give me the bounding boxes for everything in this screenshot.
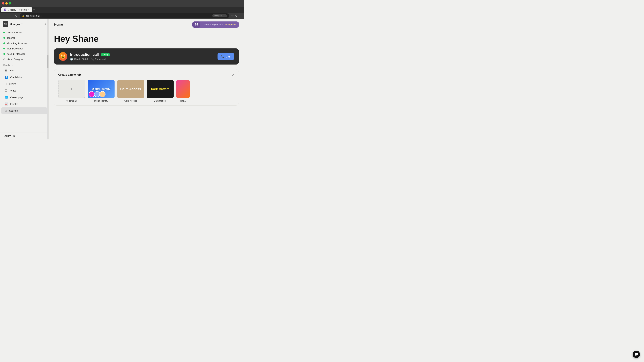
app-layout: MM Moodjoy ▾ « Content Writer Teacher Ma… (0, 19, 244, 139)
sidebar-item-insights[interactable]: 📈 Insights (1, 101, 47, 107)
nav-label: Insights (10, 103, 18, 105)
sidebar: MM Moodjoy ▾ « Content Writer Teacher Ma… (0, 19, 49, 139)
tab-title: Moodjoy · Homerun (8, 8, 27, 11)
avatar: MM (3, 21, 8, 27)
sidebar-scrollbar[interactable] (47, 19, 48, 139)
sidebar-item-todos[interactable]: ☑ To-dos (1, 87, 47, 94)
job-label: Marketing Associate (7, 42, 28, 44)
close-window-button[interactable] (2, 2, 4, 4)
split-view-icon[interactable]: ⧉ (235, 14, 237, 17)
tab-bar: M Moodjoy · Homerun ✕ + (0, 7, 244, 13)
ca-text: Calm Access (120, 87, 141, 91)
job-templates: + No template Digital Identity (58, 80, 234, 102)
di-text: Digital Identity (92, 87, 110, 90)
sidebar-item-marketing-associate[interactable]: Marketing Associate (0, 40, 48, 46)
type-detail: 📞 Phone call (91, 58, 106, 60)
scrollbar-thumb (47, 55, 48, 68)
sidebar-item-career-page[interactable]: 🌐 Career page (1, 94, 47, 100)
collapse-sidebar-button[interactable]: « (44, 22, 46, 25)
nav-label: Jobs (9, 69, 14, 72)
create-job-header: Create a new job ✕ (58, 73, 234, 77)
status-dot (3, 53, 5, 55)
dm-text: Dark Matters (151, 87, 169, 91)
career-page-icon: 🌐 (5, 95, 8, 99)
status-dot (3, 42, 5, 44)
nav-label: Settings (9, 109, 18, 112)
no-template-image: + (58, 80, 85, 98)
calm-access-label: Calm Access (117, 99, 144, 102)
job-label: Content Writer (7, 31, 22, 34)
minimize-window-button[interactable] (5, 2, 8, 4)
sidebar-item-jobs[interactable]: ⊟ Jobs (1, 67, 47, 74)
di-faces (88, 90, 114, 98)
sidebar-item-events[interactable]: ⊟ Events (1, 81, 47, 87)
template-race[interactable]: Rac... (176, 80, 190, 102)
events-icon: ⊟ (5, 82, 7, 86)
today-badge: Today (101, 53, 110, 56)
intro-time: 23:45 - 00:00 (74, 58, 88, 60)
sidebar-item-candidates[interactable]: 👥 Candidates (1, 74, 47, 80)
new-tab-button[interactable]: + (33, 8, 35, 11)
bookmark-icon[interactable]: ☆ (231, 14, 234, 17)
digital-identity-image: Digital Identity (88, 80, 114, 98)
sidebar-item-settings[interactable]: ⚙ Settings (1, 107, 47, 114)
todos-icon: ☑ (5, 89, 7, 92)
dark-matters-label: Dark Matters (147, 99, 174, 102)
nav-label: To-dos (9, 89, 16, 92)
job-label: Account Manager (7, 53, 25, 55)
dark-matters-image: Dark Matters (147, 80, 174, 98)
intro-avatar: 😺 (59, 52, 68, 61)
forward-button[interactable]: → (8, 14, 13, 17)
maximize-window-button[interactable] (9, 2, 11, 4)
url-display: app.homerun.co (26, 14, 42, 17)
race-label: Rac... (176, 99, 190, 102)
call-button-label: Call (226, 55, 230, 58)
main-header: Home 14 Days left in your trial View pla… (49, 19, 244, 30)
address-bar[interactable]: 🔒 app.homerun.co Incognito (3) (20, 13, 229, 18)
phone-icon: 📞 (91, 58, 94, 60)
close-create-job-button[interactable]: ✕ (232, 73, 234, 77)
nav-label: Events (9, 83, 16, 85)
status-dot (3, 48, 5, 49)
clock-icon: 🕐 (70, 58, 73, 60)
menu-icon[interactable]: ⋮ (239, 14, 242, 17)
jobs-icon: ⊟ (5, 69, 7, 72)
brand-name: Moodjoy (10, 23, 20, 25)
sidebar-section-moodjoy: Moodjoy ▾ (0, 62, 48, 67)
sidebar-brand[interactable]: MM Moodjoy ▾ (3, 21, 22, 27)
sidebar-item-content-writer[interactable]: Content Writer (0, 30, 48, 35)
homerun-logo: HOMERUN (3, 135, 15, 137)
main-body: Hey Shane 😺 Introduction call Today 🕐 23… (49, 30, 244, 109)
template-calm-access[interactable]: Calm Access Calm Access (117, 80, 144, 102)
create-job-section: Create a new job ✕ + No template Dig (54, 69, 239, 106)
window-controls (2, 2, 11, 4)
incognito-badge: Incognito (3) (212, 14, 227, 17)
sidebar-item-teacher[interactable]: Teacher (0, 35, 48, 40)
sidebar-item-visual-designer[interactable]: Visual Designer (0, 57, 48, 62)
template-no-template[interactable]: + No template (58, 80, 85, 102)
tab-close-button[interactable]: ✕ (28, 8, 30, 11)
page-title: Home (54, 23, 63, 26)
template-dark-matters[interactable]: Dark Matters Dark Matters (147, 80, 174, 102)
call-button[interactable]: 📞 Call (218, 53, 234, 60)
nav-label: Candidates (10, 76, 22, 79)
sidebar-item-account-manager[interactable]: Account Manager (0, 51, 48, 57)
template-digital-identity[interactable]: Digital Identity Digital Identity (88, 80, 114, 102)
intro-type: Phone call (95, 58, 106, 60)
lock-icon: 🔒 (22, 14, 24, 17)
view-plans-button[interactable]: View plans (225, 23, 239, 26)
status-dot (3, 58, 5, 60)
back-button[interactable]: ← (2, 14, 7, 17)
create-job-title: Create a new job (58, 73, 81, 76)
job-label: Web Developer (7, 47, 23, 50)
greeting: Hey Shane (54, 34, 239, 44)
nav-label: Career page (10, 96, 23, 99)
active-tab[interactable]: M Moodjoy · Homerun ✕ (1, 7, 32, 12)
trial-badge: 14 Days left in your trial View plans (192, 21, 239, 28)
settings-icon: ⚙ (5, 109, 7, 112)
job-label: Teacher (7, 36, 15, 39)
section-label: Moodjoy (3, 64, 12, 66)
main-content: Home 14 Days left in your trial View pla… (49, 19, 244, 139)
reload-button[interactable]: ↻ (14, 14, 18, 18)
sidebar-item-web-developer[interactable]: Web Developer (0, 46, 48, 51)
